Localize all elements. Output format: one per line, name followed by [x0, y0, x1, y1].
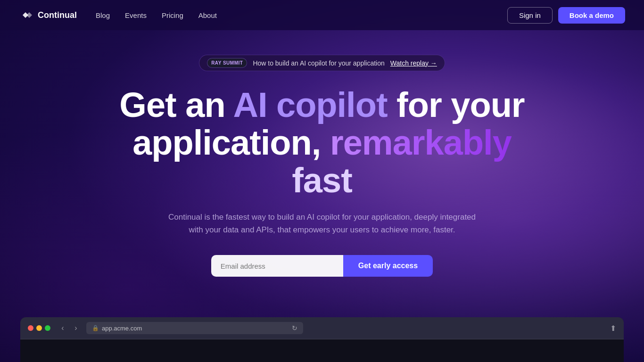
headline-remarkably: remarkably	[330, 123, 512, 162]
signin-button[interactable]: Sign in	[507, 7, 553, 24]
nav-link-pricing[interactable]: Pricing	[162, 11, 183, 19]
banner-watch-link[interactable]: Watch replay →	[390, 59, 437, 67]
announcement-banner: RAY SUMMIT How to build an AI copilot fo…	[199, 55, 445, 71]
nav-link-blog[interactable]: Blog	[96, 11, 110, 19]
lock-icon: 🔒	[92, 325, 99, 331]
browser-topbar: ‹ › 🔒 app.acme.com ↻ ⬆	[20, 317, 624, 339]
cta-row: Get early access	[211, 255, 433, 277]
browser-traffic-lights	[28, 325, 50, 331]
navbar: Continual Blog Events Pricing About Sign…	[0, 0, 644, 30]
browser-forward-icon[interactable]: ›	[71, 323, 81, 333]
browser-url: app.acme.com	[102, 325, 142, 332]
headline-ai-copilot: AI copilot	[233, 85, 387, 124]
nav-right: Sign in Book a demo	[507, 7, 625, 24]
browser-back-icon[interactable]: ‹	[58, 323, 67, 333]
subheadline: Continual is the fastest way to build an…	[162, 211, 482, 236]
logo[interactable]: Continual	[19, 8, 77, 23]
headline-fast: fast	[292, 161, 352, 200]
nav-left: Continual Blog Events Pricing About	[19, 8, 217, 23]
nav-links: Blog Events Pricing About	[96, 11, 217, 19]
browser-address-bar[interactable]: 🔒 app.acme.com ↻	[86, 322, 303, 334]
browser-mockup: ‹ › 🔒 app.acme.com ↻ ⬆	[20, 317, 624, 362]
nav-link-about[interactable]: About	[198, 11, 217, 19]
logo-icon	[19, 8, 34, 23]
banner-badge: RAY SUMMIT	[207, 58, 247, 68]
nav-link-events[interactable]: Events	[125, 11, 147, 19]
book-demo-button[interactable]: Book a demo	[558, 7, 625, 24]
browser-minimize-dot[interactable]	[36, 325, 42, 331]
logo-text: Continual	[38, 10, 77, 20]
browser-close-dot[interactable]	[28, 325, 33, 331]
refresh-icon[interactable]: ↻	[292, 324, 297, 332]
browser-maximize-dot[interactable]	[45, 325, 50, 331]
get-early-access-button[interactable]: Get early access	[343, 255, 433, 277]
browser-share-icon[interactable]: ⬆	[610, 324, 616, 333]
main-headline: Get an AI copilot for yourapplication, r…	[110, 86, 534, 199]
browser-navigation: ‹ ›	[58, 323, 81, 333]
browser-content-area	[20, 339, 624, 362]
banner-description: How to build an AI copilot for your appl…	[253, 59, 384, 67]
headline-get-an: Get an	[119, 85, 233, 124]
hero-section: RAY SUMMIT How to build an AI copilot fo…	[0, 30, 644, 277]
email-input[interactable]	[211, 255, 343, 277]
